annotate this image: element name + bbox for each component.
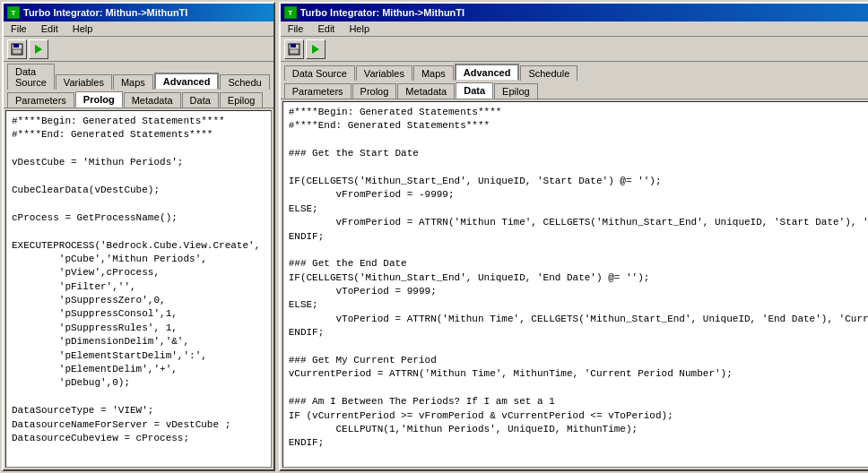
left-toolbar [4,37,273,62]
svg-marker-3 [35,45,42,54]
left-subtab-prolog[interactable]: Prolog [75,91,123,108]
right-menu-help[interactable]: Help [345,22,373,35]
right-subtabs: Parameters Prolog Metadata Data Epilog [281,81,868,99]
left-title-bar: T Turbo Integrator: Mithun->MithunTI [4,4,273,22]
svg-rect-1 [13,44,19,47]
right-tab-datasource[interactable]: Data Source [284,65,355,81]
left-run-button[interactable] [29,39,48,59]
left-subtab-parameters[interactable]: Parameters [7,92,74,108]
left-window-icon: T [7,6,20,19]
right-subtab-epilog[interactable]: Epilog [494,83,538,99]
right-menu-edit[interactable]: Edit [314,22,338,35]
right-code-area[interactable]: #****Begin: Generated Statements**** #**… [282,101,868,468]
right-window-icon: T [284,6,297,19]
right-subtab-metadata[interactable]: Metadata [397,83,455,99]
right-subtab-prolog[interactable]: Prolog [352,83,397,99]
left-window-title: Turbo Integrator: Mithun->MithunTI [23,7,187,18]
right-tabs: Data Source Variables Maps Advanced Sche… [281,62,868,81]
left-menu-bar: File Edit Help [4,22,273,37]
left-subtabs: Parameters Prolog Metadata Data Epilog [4,90,273,108]
svg-rect-5 [291,44,296,47]
left-tab-maps[interactable]: Maps [113,74,153,90]
right-window-title: Turbo Integrator: Mithun->MithunTI [300,7,464,18]
left-subtab-metadata[interactable]: Metadata [124,92,181,108]
right-title-bar: T Turbo Integrator: Mithun->MithunTI [281,4,868,22]
right-tab-schedule[interactable]: Schedule [520,65,577,81]
right-tab-maps[interactable]: Maps [413,65,454,81]
left-tab-variables[interactable]: Variables [56,74,112,90]
right-run-button[interactable] [306,39,326,59]
right-toolbar [281,37,868,62]
left-menu-file[interactable]: File [7,22,30,35]
left-save-button[interactable] [7,39,27,59]
left-menu-help[interactable]: Help [69,22,97,35]
right-save-button[interactable] [284,39,304,59]
left-window: T Turbo Integrator: Mithun->MithunTI Fil… [2,2,275,471]
right-tab-advanced[interactable]: Advanced [455,64,520,81]
right-subtab-parameters[interactable]: Parameters [284,83,352,99]
left-tabs: Data Source Variables Maps Advanced Sche… [4,62,273,90]
svg-marker-7 [312,45,319,54]
left-tab-datasource[interactable]: Data Source [7,64,55,90]
right-window: T Turbo Integrator: Mithun->MithunTI Fil… [279,2,868,471]
right-menu-bar: File Edit Help [281,22,868,37]
svg-rect-6 [290,49,299,54]
svg-rect-2 [13,49,22,54]
right-subtab-data[interactable]: Data [456,82,493,99]
left-menu-edit[interactable]: Edit [38,22,62,35]
left-tab-advanced[interactable]: Advanced [154,73,220,90]
left-tab-schedule[interactable]: Schedu [220,74,269,90]
right-menu-file[interactable]: File [284,22,308,35]
right-tab-variables[interactable]: Variables [356,65,412,81]
left-code-area[interactable]: #****Begin: Generated Statements**** #**… [5,110,272,468]
left-subtab-epilog[interactable]: Epilog [220,92,264,108]
left-subtab-data[interactable]: Data [182,92,219,108]
